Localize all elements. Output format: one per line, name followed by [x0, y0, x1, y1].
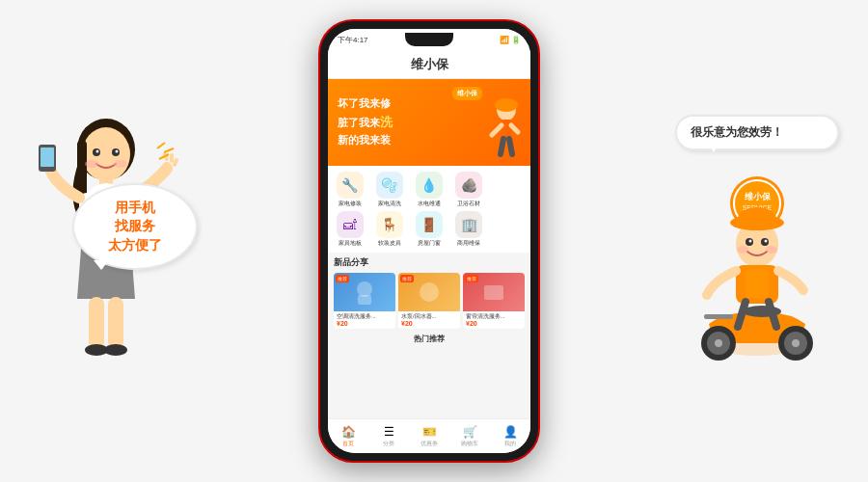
product-name-3: 窗帘清洗服务...	[466, 313, 522, 320]
svg-point-5	[96, 150, 99, 153]
phone-screen: 下午4:17 📶 🔋 维小保 坏了我来修 脏了我来洗 新的我来装 维小保	[328, 29, 530, 453]
banner: 坏了我来修 脏了我来洗 新的我来装 维小保	[328, 79, 530, 166]
service-item[interactable]: 🫧 家电清洗	[371, 172, 407, 207]
svg-point-26	[495, 98, 518, 112]
product-card-1[interactable]: 推荐 空调清洗服务... ¥20	[334, 273, 395, 329]
app-title: 维小保	[411, 56, 448, 73]
service-label: 家电清洗	[378, 201, 401, 207]
product-img-3: 推荐	[463, 273, 525, 311]
svg-line-23	[164, 148, 174, 152]
service-label: 家电修装	[339, 201, 362, 207]
phone-section: 下午4:17 📶 🔋 维小保 坏了我来修 脏了我来洗 新的我来装 维小保	[265, 5, 593, 477]
product-price-2: ¥20	[401, 320, 457, 327]
service-item-empty2	[491, 211, 527, 247]
status-icons: 📶 🔋	[500, 36, 521, 44]
product-price-1: ¥20	[337, 320, 393, 327]
home-icon: 🏠	[341, 425, 356, 439]
nav-category[interactable]: ☰ 分类	[368, 425, 409, 448]
service-icon-bath: 🪨	[455, 172, 482, 199]
service-item[interactable]: 🚪 房屋门窗	[411, 211, 447, 247]
svg-point-56	[715, 339, 722, 347]
service-icon-repair: 🔧	[337, 172, 364, 199]
svg-point-7	[85, 160, 98, 168]
svg-line-28	[492, 125, 502, 135]
nav-cart[interactable]: 🛒 购物车	[449, 425, 490, 448]
svg-rect-50	[746, 269, 769, 298]
right-section: 很乐意为您效劳！ 维小保 SERVICE	[646, 0, 868, 482]
service-icon-commercial: 🏢	[455, 211, 482, 238]
phone-frame: 下午4:17 📶 🔋 维小保 坏了我来修 脏了我来洗 新的我来装 维小保	[318, 19, 540, 463]
svg-line-31	[509, 139, 512, 154]
banner-logo: 维小保	[452, 87, 482, 100]
service-item-empty	[491, 172, 527, 207]
mascot-figure: 维小保 SERVICE	[680, 174, 834, 367]
svg-line-29	[511, 125, 518, 132]
cart-icon: 🛒	[463, 425, 477, 439]
service-label: 家具地板	[339, 240, 362, 247]
banner-line3: 新的我来装	[338, 132, 393, 149]
product-name-2: 水泵/回水器...	[401, 313, 457, 320]
service-label: 软装皮具	[378, 240, 401, 247]
service-grid: 🔧 家电修装 🫧 家电清洗 💧 水电维通 🪨 卫浴石材	[328, 166, 530, 253]
svg-point-21	[104, 344, 127, 356]
category-icon: ☰	[384, 425, 394, 439]
banner-text: 坏了我来修 脏了我来洗 新的我来装	[338, 95, 393, 149]
service-icon-furniture: 🛋	[337, 211, 364, 238]
service-label: 卫浴石材	[457, 201, 480, 207]
nav-coupon-label: 优惠券	[420, 440, 438, 448]
svg-point-48	[766, 246, 777, 254]
product-card-3[interactable]: 推荐 窗帘清洗服务... ¥20	[463, 273, 525, 329]
speech-bubble-left: 用手机 找服务 太方便了	[72, 183, 198, 270]
svg-line-24	[157, 143, 165, 148]
service-label: 商用维保	[457, 240, 480, 247]
banner-line2: 脏了我来洗	[338, 113, 393, 133]
service-item[interactable]: 🛋 家具地板	[332, 211, 367, 247]
svg-point-8	[114, 160, 127, 168]
phone-notch	[405, 33, 453, 46]
service-item[interactable]: 🏢 商用维保	[451, 211, 487, 247]
product-tag-3: 推荐	[465, 275, 478, 282]
new-products-title: 新品分享	[334, 256, 525, 269]
service-item[interactable]: 🪨 卫浴石材	[451, 172, 487, 207]
app-header: 维小保	[328, 50, 530, 79]
product-name-1: 空调清洗服务...	[337, 313, 393, 320]
service-item[interactable]: 🪑 软装皮具	[371, 211, 407, 247]
nav-home[interactable]: 🏠 首页	[328, 425, 368, 448]
svg-point-59	[792, 339, 800, 347]
svg-text:维小保: 维小保	[745, 191, 772, 201]
nav-coupon[interactable]: 🎫 优惠券	[409, 425, 449, 448]
coupon-icon: 🎫	[422, 425, 437, 439]
girl-figure: 用手机 找服务 太方便了	[34, 106, 178, 376]
svg-point-32	[357, 281, 372, 297]
product-price-3: ¥20	[466, 320, 522, 327]
svg-point-1	[82, 127, 130, 181]
hot-section-title: 热门推荐	[334, 334, 525, 344]
product-grid: 推荐 空调清洗服务... ¥20 推荐	[334, 273, 525, 329]
service-item[interactable]: 🔧 家电修装	[332, 172, 367, 207]
service-icon-door: 🚪	[416, 211, 443, 238]
svg-point-46	[765, 240, 768, 243]
profile-icon: 👤	[503, 425, 518, 439]
service-label: 水电维通	[418, 201, 441, 207]
status-time: 下午4:17	[338, 35, 368, 45]
svg-rect-19	[108, 297, 123, 350]
nav-category-label: 分类	[383, 440, 394, 448]
service-icon-plumbing: 💧	[416, 172, 443, 199]
service-icon-soft: 🪑	[376, 211, 403, 238]
svg-point-14	[162, 162, 172, 172]
banner-line2-highlight: 洗	[380, 115, 393, 129]
nav-profile[interactable]: 👤 我的	[490, 425, 530, 448]
speech-bubble-right: 很乐意为您效劳！	[675, 115, 839, 150]
service-item[interactable]: 💧 水电维通	[411, 172, 447, 207]
nav-cart-label: 购物车	[461, 440, 478, 448]
svg-rect-52	[704, 314, 733, 319]
mascot-svg: 维小保 SERVICE	[680, 174, 834, 367]
svg-rect-35	[484, 285, 503, 300]
product-img-1: 推荐	[334, 273, 395, 311]
svg-rect-33	[358, 295, 371, 305]
svg-point-42	[738, 207, 776, 230]
left-section: 用手机 找服务 太方便了	[0, 0, 212, 482]
product-card-2[interactable]: 推荐 水泵/回水器... ¥20	[398, 273, 460, 329]
new-products-section: 新品分享 推荐 空调清洗服务... ¥20	[328, 253, 530, 418]
nav-profile-label: 我的	[504, 440, 516, 448]
